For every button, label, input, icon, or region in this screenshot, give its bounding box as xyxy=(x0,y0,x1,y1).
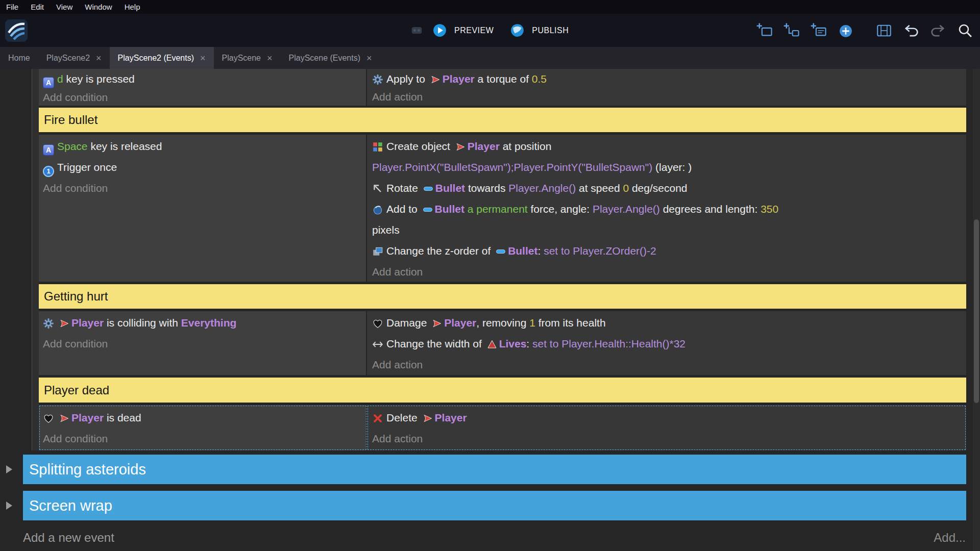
health-heart-icon xyxy=(372,318,383,329)
preview-play-icon[interactable] xyxy=(431,22,448,39)
action-create-object-position[interactable]: Player.PointX("BulletSpawn");Player.Poin… xyxy=(372,157,966,178)
toolbar-center: PREVIEW PUBLISH xyxy=(408,14,578,47)
close-icon[interactable]: × xyxy=(96,54,102,63)
add-comment-icon[interactable] xyxy=(810,22,827,39)
player-icon xyxy=(59,318,69,329)
condition-player-dead[interactable]: Player is dead xyxy=(43,407,366,428)
keyboard-key-icon: A xyxy=(43,144,54,156)
action-delete-player[interactable]: Delete Player xyxy=(372,407,966,428)
tab-home[interactable]: Home xyxy=(0,47,38,69)
comment-text: Getting hurt xyxy=(44,289,108,304)
add-more-link[interactable]: Add... xyxy=(934,531,966,545)
event-row-selected: Player is dead Add condition Delete Play… xyxy=(39,405,966,450)
undo-icon[interactable] xyxy=(902,22,920,39)
action-apply-torque[interactable]: Apply to Player a torque of 0.5 xyxy=(372,70,966,88)
event-row: Player is colliding with Everything Add … xyxy=(39,311,966,375)
scene-elements-icon[interactable] xyxy=(875,22,893,39)
event-actions: Damage Player, removing 1 from its healt… xyxy=(367,311,966,375)
add-condition-link[interactable]: Add condition xyxy=(43,178,366,198)
add-more-icon[interactable] xyxy=(837,22,854,39)
player-icon xyxy=(455,142,465,152)
group-screen-wrap[interactable]: Screen wrap xyxy=(23,491,966,520)
group-title: Screen wrap xyxy=(29,497,112,514)
condition-trigger-once[interactable]: 1Trigger once xyxy=(43,157,366,178)
force-icon xyxy=(372,204,383,215)
event-conditions: ASpace key is released 1Trigger once Add… xyxy=(39,135,367,282)
condition-key-pressed[interactable]: Ad key is pressed xyxy=(43,70,366,88)
trigger-once-icon: 1 xyxy=(43,166,54,177)
add-condition-link[interactable]: Add condition xyxy=(43,428,366,449)
add-condition-link[interactable]: Add condition xyxy=(43,333,366,354)
event-row: ASpace key is released 1Trigger once Add… xyxy=(39,135,966,282)
condition-collision[interactable]: Player is colliding with Everything xyxy=(43,312,366,333)
add-event-icon[interactable] xyxy=(756,22,773,39)
preview-button[interactable]: PREVIEW xyxy=(454,26,494,35)
rotate-icon xyxy=(372,183,383,194)
tab-playscene[interactable]: PlayScene× xyxy=(214,47,281,69)
action-change-width[interactable]: Change the width of Lives: set to Player… xyxy=(372,333,966,354)
comment-fire-bullet[interactable]: Fire bullet xyxy=(39,108,966,132)
menu-help[interactable]: Help xyxy=(118,3,146,11)
tab-playscene-events[interactable]: PlayScene (Events)× xyxy=(281,47,380,69)
publish-globe-icon[interactable] xyxy=(509,22,526,39)
group-splitting-asteroids[interactable]: Splitting asteroids xyxy=(23,455,966,484)
menu-window[interactable]: Window xyxy=(79,3,118,11)
event-conditions: Player is colliding with Everything Add … xyxy=(39,311,367,375)
width-arrows-icon xyxy=(372,339,383,350)
action-damage-player[interactable]: Damage Player, removing 1 from its healt… xyxy=(372,312,966,333)
scrollbar-thumb[interactable] xyxy=(974,219,979,403)
comment-text: Player dead xyxy=(44,383,109,397)
action-add-force-wrap[interactable]: pixels xyxy=(372,219,966,240)
gdevelop-window: File Edit View Window Help PREVIEW PUBLI… xyxy=(0,0,980,551)
event-actions: Create object Player at position Player.… xyxy=(367,135,966,282)
player-icon xyxy=(423,413,433,423)
redo-icon[interactable] xyxy=(929,22,947,39)
search-icon[interactable] xyxy=(957,22,974,39)
action-create-object[interactable]: Create object Player at position xyxy=(372,136,966,157)
event-conditions: Player is dead Add condition xyxy=(39,405,367,450)
add-subevent-icon[interactable] xyxy=(783,22,800,39)
action-change-zorder[interactable]: Change the z-order of Bullet: set to Pla… xyxy=(372,240,966,261)
tab-playscene2-events[interactable]: PlayScene2 (Events)× xyxy=(110,47,214,69)
group-expander-icon[interactable] xyxy=(6,465,12,473)
comment-player-dead[interactable]: Player dead xyxy=(39,378,966,403)
event-row: Ad key is pressed Add condition Apply to… xyxy=(39,69,966,106)
tab-playscene2[interactable]: PlayScene2× xyxy=(38,47,110,69)
app-logo-icon xyxy=(5,19,28,42)
add-action-link[interactable]: Add action xyxy=(372,428,966,449)
comment-getting-hurt[interactable]: Getting hurt xyxy=(39,284,966,309)
add-action-link[interactable]: Add action xyxy=(372,354,966,375)
lives-icon xyxy=(487,339,497,349)
add-condition-link[interactable]: Add condition xyxy=(43,88,366,106)
keyboard-key-icon: A xyxy=(43,77,54,88)
physics-gear-icon xyxy=(372,74,383,85)
tab-label: PlayScene (Events) xyxy=(289,54,361,63)
menu-edit[interactable]: Edit xyxy=(24,3,50,11)
player-icon xyxy=(59,413,69,423)
publish-button[interactable]: PUBLISH xyxy=(532,26,569,35)
add-action-link[interactable]: Add action xyxy=(372,261,966,282)
close-icon[interactable]: × xyxy=(366,54,372,63)
group-expander-icon[interactable] xyxy=(6,502,12,510)
event-gutter xyxy=(32,69,39,450)
debugger-icon[interactable] xyxy=(408,22,425,39)
close-icon[interactable]: × xyxy=(200,54,206,63)
menu-bar: File Edit View Window Help xyxy=(0,0,980,14)
physics-gear-icon xyxy=(43,318,54,329)
add-action-link[interactable]: Add action xyxy=(372,88,966,106)
toolbar-right xyxy=(756,14,974,47)
z-order-icon xyxy=(372,246,383,257)
menu-view[interactable]: View xyxy=(50,3,79,11)
create-object-icon xyxy=(372,141,383,153)
menu-file[interactable]: File xyxy=(0,3,24,11)
tab-label: PlayScene2 (Events) xyxy=(118,54,194,63)
condition-key-released[interactable]: ASpace key is released xyxy=(43,136,366,157)
close-icon[interactable]: × xyxy=(267,54,273,63)
event-actions: Delete Player Add action xyxy=(367,405,966,450)
tab-label: PlayScene xyxy=(222,54,261,63)
action-rotate-bullet[interactable]: Rotate Bullet towards Player.Angle() at … xyxy=(372,178,966,198)
tab-label: Home xyxy=(8,54,30,63)
action-add-force[interactable]: Add to Bullet a permanent force, angle: … xyxy=(372,198,966,219)
bullet-icon xyxy=(496,246,506,257)
add-new-event-link[interactable]: Add a new event xyxy=(23,531,114,545)
